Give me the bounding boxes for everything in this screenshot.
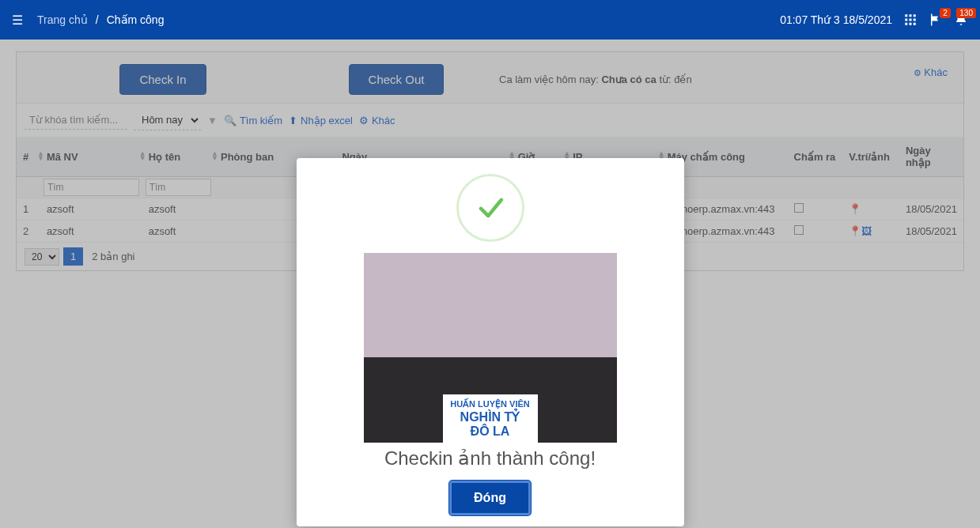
svg-rect-3 [905,19,907,21]
datetime-label: 01:07 Thứ 3 18/5/2021 [780,13,892,26]
photo-card-line3: ĐÔ LA [446,424,535,439]
breadcrumb-home[interactable]: Trang chủ [37,13,88,26]
modal-overlay[interactable]: HUẤN LUYỆN VIÊN NGHÌN TỶ ĐÔ LA Checkin ả… [0,40,980,528]
svg-rect-0 [905,14,907,17]
hamburger-icon[interactable]: ☰ [12,13,23,28]
bell-badge: 130 [956,8,976,18]
modal-body: HUẤN LUYỆN VIÊN NGHÌN TỶ ĐÔ LA Checkin ả… [309,253,672,481]
svg-rect-4 [910,19,912,21]
svg-rect-6 [905,23,907,25]
topbar-right: 01:07 Thứ 3 18/5/2021 2 130 [780,13,968,27]
flag-badge: 2 [940,8,951,18]
svg-rect-2 [914,14,916,17]
flag-icon[interactable]: 2 [929,13,943,27]
apps-icon[interactable] [903,13,918,27]
check-circle-icon [456,174,524,242]
bell-icon[interactable]: 130 [954,13,968,27]
close-button[interactable]: Đóng [449,481,531,515]
success-modal: HUẤN LUYỆN VIÊN NGHÌN TỶ ĐÔ LA Checkin ả… [297,158,684,526]
topbar: ☰ Trang chủ / Chấm công 01:07 Thứ 3 18/5… [0,0,980,40]
svg-rect-8 [914,23,916,25]
photo-card-line1: HUẤN LUYỆN VIÊN [450,399,530,409]
photo-card-line2: NGHÌN TỶ [446,409,535,424]
checkin-photo: HUẤN LUYỆN VIÊN NGHÌN TỶ ĐÔ LA [364,253,617,443]
breadcrumb: Trang chủ / Chấm công [37,13,164,26]
svg-rect-5 [914,19,916,21]
breadcrumb-current: Chấm công [107,13,165,26]
modal-message: Checkin ảnh thành công! [325,447,656,470]
photo-card: HUẤN LUYỆN VIÊN NGHÌN TỶ ĐÔ LA [443,394,538,443]
svg-rect-1 [910,14,912,17]
svg-rect-7 [910,23,912,25]
breadcrumb-sep: / [96,13,99,26]
